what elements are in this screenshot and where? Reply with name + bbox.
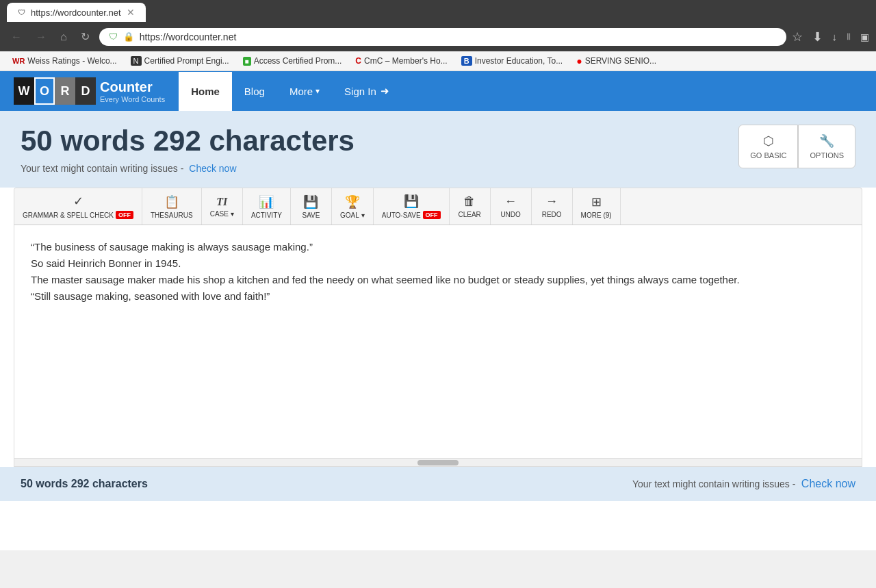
editor-container: “The business of sausage making is alway… (14, 225, 862, 467)
nav-more[interactable]: More ▾ (277, 72, 332, 111)
access-icon: ■ (243, 57, 251, 66)
autosave-label-row: AUTO-SAVE OFF (382, 211, 441, 219)
browser-actions: ☆ ⬇ ↓ ⫴ ▣ (792, 29, 870, 44)
activity-label: ACTIVITY (251, 212, 282, 219)
nav-signin[interactable]: Sign In ➜ (332, 71, 402, 111)
investor-icon: B (461, 56, 472, 66)
go-basic-label: GO BASIC (750, 151, 786, 159)
bookmark-investor-label: Investor Education, To... (475, 56, 563, 66)
logo-letters: W O R D (14, 77, 96, 105)
logo-w: W (14, 77, 34, 105)
nav-home[interactable]: Home (179, 72, 232, 111)
bookmark-weiss[interactable]: WR Weiss Ratings - Welco... (7, 55, 123, 67)
nav-signin-label: Sign In (344, 86, 376, 97)
senior-icon: ● (576, 55, 582, 66)
back-button[interactable]: ← (7, 28, 26, 46)
grammar-spell-check-button[interactable]: ✓ GRAMMAR & SPELL CHECK OFF (14, 188, 142, 225)
trash-icon: 🗑 (463, 194, 476, 209)
logo-o: O (34, 77, 55, 105)
logo-d: D (75, 77, 96, 105)
scrollbar-thumb (417, 460, 459, 465)
shield-icon: 🛡 (109, 31, 118, 42)
autosave-off-badge: OFF (423, 211, 441, 219)
checkmark-icon: ✓ (73, 194, 83, 209)
close-tab-button[interactable]: ✕ (127, 7, 135, 18)
site-header: W O R D Counter Every Word Counts Home B… (0, 71, 876, 111)
goal-button[interactable]: 🏆 GOAL ▾ (332, 188, 374, 225)
more-label: MORE (9) (581, 212, 612, 219)
bottom-stats-bar: 50 words 292 characters Your text might … (0, 467, 876, 501)
activity-icon: 📊 (259, 194, 274, 209)
case-label-row: CASE ▾ (210, 210, 234, 218)
tab-overview-button[interactable]: ▣ (860, 31, 869, 42)
save-icon: 💾 (303, 194, 318, 209)
pocket-button[interactable]: ⬇ (812, 29, 823, 44)
goal-label-row: GOAL ▾ (340, 212, 365, 219)
issue-prefix: Your text might contain writing issues - (21, 163, 183, 174)
bookmark-access[interactable]: ■ Access Certified Prom... (237, 55, 348, 67)
tab-favicon: 🛡 (18, 8, 25, 16)
signin-arrow-icon: ➜ (381, 85, 389, 97)
options-icon: 🔧 (819, 133, 834, 149)
more-button[interactable]: ⊞ MORE (9) (573, 188, 621, 225)
undo-button[interactable]: ← UNDO (491, 188, 532, 225)
home-button[interactable]: ⌂ (56, 28, 71, 46)
case-label: CASE (210, 210, 229, 218)
bookmark-senior[interactable]: ● SERVING SENIO... (571, 54, 662, 68)
editor-line-3: The master sausage maker made his shop a… (31, 272, 845, 288)
redo-button[interactable]: → REDO (532, 188, 573, 225)
case-dropdown-icon: ▾ (231, 210, 234, 218)
save-button[interactable]: 💾 SAVE (291, 188, 332, 225)
clear-button[interactable]: 🗑 CLEAR (450, 188, 491, 225)
bottom-word-char-count: 50 words 292 characters (21, 478, 148, 490)
bottom-check-now-link[interactable]: Check now (801, 478, 855, 489)
nav-blog[interactable]: Blog (232, 72, 277, 111)
go-basic-button[interactable]: ⬡ GO BASIC (738, 125, 798, 168)
grammar-off-badge: OFF (116, 211, 133, 219)
go-basic-icon: ⬡ (763, 133, 774, 149)
bookmarks-bar: WR Weiss Ratings - Welco... N Certified … (0, 51, 876, 71)
editor-line-1: “The business of sausage making is alway… (31, 239, 845, 255)
active-tab[interactable]: 🛡 https://wordcounter.net ✕ (7, 3, 146, 22)
bookmark-cmc[interactable]: C CmC – Member's Ho... (350, 55, 452, 67)
check-now-link[interactable]: Check now (189, 163, 236, 174)
options-button[interactable]: 🔧 OPTIONS (798, 125, 855, 168)
bottom-issue-text: Your text might contain writing issues - (632, 478, 795, 489)
autosave-label: AUTO-SAVE (382, 212, 421, 219)
redo-icon: → (545, 194, 558, 209)
browser-nav: ← → ⌂ ↻ 🛡 🔒 https://wordcounter.net ☆ ⬇ … (7, 27, 869, 51)
tab-bar: 🛡 https://wordcounter.net ✕ (0, 0, 876, 22)
activity-button[interactable]: 📊 ACTIVITY (243, 188, 291, 225)
history-button[interactable]: ⫴ (847, 31, 851, 42)
stats-actions: ⬡ GO BASIC 🔧 OPTIONS (738, 125, 855, 168)
logo-area[interactable]: W O R D Counter Every Word Counts (14, 77, 165, 105)
download-button[interactable]: ↓ (832, 31, 838, 42)
goal-icon: 🏆 (345, 194, 360, 209)
case-icon: TI (216, 196, 227, 208)
thesaurus-icon: 📋 (164, 194, 179, 209)
cmc-icon: C (355, 56, 361, 66)
undo-icon: ← (504, 194, 517, 209)
grammar-label-row: GRAMMAR & SPELL CHECK OFF (23, 211, 133, 219)
address-bar[interactable]: 🛡 🔒 https://wordcounter.net (99, 28, 786, 46)
stats-left: 50 words 292 characters Your text might … (21, 125, 355, 174)
editor-toolbar: ✓ GRAMMAR & SPELL CHECK OFF 📋 THESAURUS … (14, 188, 862, 225)
logo-text: Counter Every Word Counts (100, 79, 165, 103)
bookmark-investor[interactable]: B Investor Education, To... (456, 55, 568, 67)
bookmark-notion[interactable]: N Certified Prompt Engi... (125, 55, 235, 67)
bookmark-star-button[interactable]: ☆ (792, 29, 803, 44)
refresh-button[interactable]: ↻ (77, 27, 94, 46)
nav-home-label: Home (191, 86, 220, 97)
case-button[interactable]: TI CASE ▾ (202, 188, 243, 225)
forward-button[interactable]: → (31, 28, 51, 46)
options-label: OPTIONS (810, 151, 844, 159)
thesaurus-button[interactable]: 📋 THESAURUS (142, 188, 202, 225)
editor-textarea[interactable]: “The business of sausage making is alway… (14, 225, 862, 458)
nav-blog-label: Blog (244, 86, 265, 97)
lock-icon: 🔒 (123, 31, 134, 42)
word-char-count: 50 words 292 characters (21, 125, 355, 157)
bookmark-access-label: Access Certified Prom... (254, 56, 342, 66)
autosave-button[interactable]: 💾 AUTO-SAVE OFF (374, 188, 450, 225)
notion-icon: N (131, 56, 142, 66)
editor-scrollbar[interactable] (14, 458, 862, 466)
